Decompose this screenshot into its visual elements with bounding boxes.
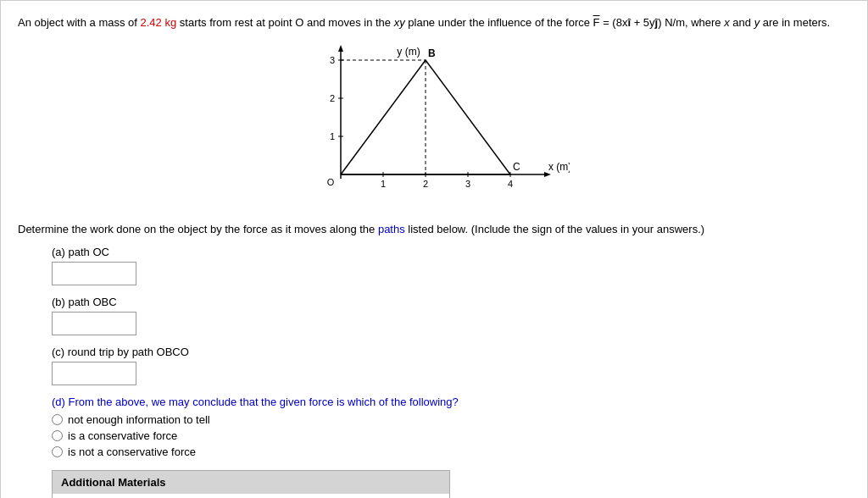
additional-materials-body: eBook — [53, 494, 449, 498]
force-label: F — [593, 16, 600, 29]
radio-option-2: is a conservative force — [52, 429, 850, 442]
mass-value: 2.42 kg — [141, 16, 177, 29]
radio-label-3: is not a conservative force — [68, 445, 196, 458]
part-c-input[interactable] — [52, 362, 136, 385]
part-b: (b) path OBC — [52, 296, 850, 335]
part-d: (d) From the above, we may conclude that… — [52, 396, 850, 458]
radio-option-1: not enough information to tell — [52, 413, 850, 426]
determine-text: Determine the work done on the object by… — [18, 221, 850, 238]
radio-input-1[interactable] — [52, 414, 63, 425]
page-container: An object with a mass of 2.42 kg starts … — [0, 0, 868, 498]
svg-text:C: C — [513, 161, 520, 173]
svg-text:4: 4 — [508, 179, 513, 189]
part-a: (a) path OC — [52, 246, 850, 285]
additional-materials-header: Additional Materials — [53, 471, 449, 494]
part-c: (c) round trip by path OBCO — [52, 346, 850, 385]
svg-text:B: B — [428, 47, 436, 59]
svg-marker-3 — [338, 45, 343, 52]
problem-statement: An object with a mass of 2.42 kg starts … — [18, 14, 850, 31]
svg-text:3: 3 — [330, 55, 335, 65]
radio-label-2: is a conservative force — [68, 429, 177, 442]
svg-text:y (m): y (m) — [397, 46, 420, 58]
part-b-input[interactable] — [52, 312, 136, 335]
svg-text:2: 2 — [423, 179, 428, 189]
svg-text:1: 1 — [381, 179, 386, 189]
part-a-input[interactable] — [52, 262, 136, 285]
svg-text:O: O — [327, 177, 335, 187]
part-a-label: (a) path OC — [52, 246, 850, 258]
graph-area: 1 2 3 1 2 3 4 O y (m) x (m) — [18, 43, 850, 213]
graph-svg: 1 2 3 1 2 3 4 O y (m) x (m) — [298, 43, 570, 213]
part-b-label: (b) path OBC — [52, 296, 850, 308]
paths-word: paths — [378, 223, 405, 235]
radio-input-3[interactable] — [52, 446, 63, 457]
part-d-label: (d) From the above, we may conclude that… — [52, 396, 850, 408]
svg-text:x (m): x (m) — [548, 161, 570, 173]
radio-input-2[interactable] — [52, 430, 63, 441]
svg-text:3: 3 — [465, 179, 470, 189]
radio-option-3: is not a conservative force — [52, 445, 850, 458]
svg-text:2: 2 — [330, 93, 335, 103]
svg-text:1: 1 — [330, 131, 335, 141]
radio-label-1: not enough information to tell — [68, 413, 210, 426]
additional-materials-section: Additional Materials eBook — [52, 470, 450, 498]
part-c-label: (c) round trip by path OBCO — [52, 346, 850, 358]
